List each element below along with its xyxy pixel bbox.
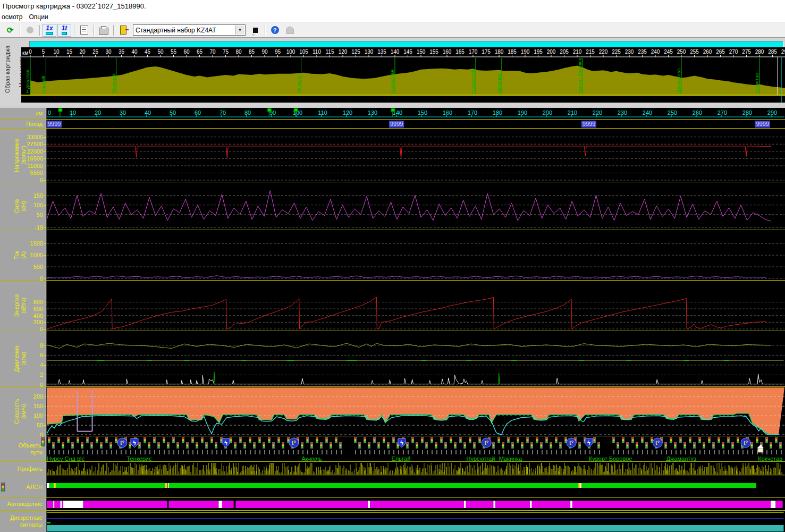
refresh-button[interactable]: ⟳ bbox=[3, 24, 17, 37]
svg-text:220: 220 bbox=[593, 109, 602, 116]
minimap-station-label: Кокчетав bbox=[754, 73, 759, 93]
svg-text:150: 150 bbox=[417, 49, 426, 55]
signal-icon bbox=[440, 437, 443, 443]
signal-icon bbox=[617, 442, 619, 449]
train-number-badge: 9999 bbox=[389, 121, 404, 128]
signal-icon bbox=[779, 442, 782, 449]
preset-combobox[interactable]: Стандартный набор KZ4AT▼ bbox=[133, 24, 246, 36]
signal-icon bbox=[521, 442, 524, 449]
signal-icon bbox=[631, 437, 634, 443]
report-button[interactable] bbox=[77, 24, 91, 37]
axis-tick-label: 2 bbox=[40, 371, 43, 378]
svg-text:180: 180 bbox=[495, 49, 504, 55]
svg-text:60: 60 bbox=[183, 49, 190, 55]
chevron-down-icon[interactable]: ▼ bbox=[235, 26, 244, 35]
alsn-segment bbox=[47, 483, 49, 488]
svg-text:270: 270 bbox=[718, 109, 727, 116]
temperature-icon: t° bbox=[482, 438, 491, 447]
signal-icon bbox=[383, 437, 385, 443]
energy-plot[interactable] bbox=[46, 281, 784, 331]
svg-text:105: 105 bbox=[299, 49, 308, 55]
station-label: Ельтай bbox=[392, 455, 411, 461]
axis-tick-label: 600 bbox=[33, 306, 43, 312]
force-label: Сила(кН) bbox=[13, 180, 27, 233]
autodrive-segment bbox=[222, 501, 234, 508]
axis-tick-label: 800 bbox=[33, 299, 43, 305]
signal-icon bbox=[626, 442, 629, 449]
speed-plot[interactable] bbox=[46, 387, 784, 436]
signal-icon bbox=[536, 437, 538, 443]
print-button[interactable] bbox=[97, 24, 111, 37]
track-objects: Объектыпути t°t°t°t°t°t°ϟϟϟϟНурсу Снд рl… bbox=[0, 436, 785, 461]
pressure-plot[interactable] bbox=[46, 331, 784, 386]
svg-text:130: 130 bbox=[368, 109, 377, 116]
minimap-station-label: Нурсултай bbox=[470, 70, 476, 93]
svg-text:170: 170 bbox=[468, 109, 477, 116]
km-ruler-label: км bbox=[36, 110, 46, 117]
scale-time-button[interactable]: 1t bbox=[57, 24, 71, 37]
svg-text:t°: t° bbox=[484, 440, 488, 446]
signal-icon bbox=[555, 437, 558, 443]
alsn-segment bbox=[165, 483, 167, 488]
autodrive-segment bbox=[495, 501, 530, 508]
axis-tick-label: 50 bbox=[37, 212, 43, 218]
svg-text:240: 240 bbox=[651, 49, 660, 55]
signal-icon bbox=[693, 442, 696, 449]
discrete-label: Дискретныесигналы bbox=[10, 514, 46, 528]
signal-icon bbox=[306, 437, 309, 443]
signal-icon bbox=[722, 442, 724, 449]
signal-icon bbox=[277, 437, 280, 443]
signal-icon bbox=[550, 442, 552, 449]
record-button[interactable] bbox=[23, 24, 37, 37]
svg-text:125: 125 bbox=[351, 49, 360, 55]
alarm-button[interactable] bbox=[283, 24, 297, 37]
km-ruler[interactable]: 0102030405060708090100110120130140150160… bbox=[46, 108, 784, 119]
current-plot[interactable] bbox=[46, 230, 784, 280]
svg-text:t°: t° bbox=[120, 440, 124, 446]
toolbar-separator bbox=[39, 25, 40, 36]
alsn-segment bbox=[167, 483, 167, 488]
svg-text:160: 160 bbox=[443, 109, 452, 116]
track-current: Ток(А) 150010005000 bbox=[0, 230, 785, 280]
signal-icon bbox=[109, 442, 112, 449]
svg-text:110: 110 bbox=[318, 109, 327, 116]
voltage-plot[interactable] bbox=[46, 129, 784, 182]
autodrive-segment bbox=[493, 501, 495, 508]
signal-icon bbox=[530, 442, 533, 449]
svg-text:215: 215 bbox=[586, 49, 595, 55]
minimap-map[interactable]: км05101520253035404550556065707580859095… bbox=[21, 47, 785, 103]
train-label: Поезд bbox=[26, 121, 46, 128]
track-voltage: Напряжение(вольт) 3300027500220001650011… bbox=[0, 128, 785, 182]
minimap-unit-label: км bbox=[22, 50, 28, 56]
svg-text:ϟ: ϟ bbox=[400, 440, 403, 446]
autodrive-segment bbox=[771, 501, 775, 508]
signal-icon bbox=[373, 437, 376, 443]
svg-text:145: 145 bbox=[403, 49, 412, 55]
scale-t-icon: 1t bbox=[62, 24, 67, 32]
signal-icon bbox=[196, 442, 198, 449]
alsn-segment bbox=[56, 483, 165, 488]
signal-icon bbox=[268, 437, 271, 443]
traffic-light-icon bbox=[1, 483, 5, 492]
pressure-label: Давление(атм) bbox=[13, 332, 27, 385]
svg-text:t°: t° bbox=[292, 440, 296, 446]
help-button[interactable]: ? bbox=[268, 24, 282, 37]
svg-text:65: 65 bbox=[197, 49, 203, 55]
svg-text:225: 225 bbox=[612, 49, 621, 55]
signal-icon bbox=[593, 437, 596, 443]
axis-tick-label: 33000 bbox=[27, 134, 43, 140]
signal-icon bbox=[354, 437, 357, 443]
train-track: 9999999999999999 bbox=[46, 120, 784, 128]
signal-icon bbox=[718, 437, 720, 443]
menu-view[interactable]: осмотр bbox=[0, 12, 28, 22]
signal-icon bbox=[473, 442, 476, 449]
svg-text:50: 50 bbox=[170, 109, 176, 116]
marker-button[interactable] bbox=[248, 24, 262, 37]
force-plot[interactable] bbox=[46, 182, 784, 230]
station-label: Курорт Боровое bbox=[589, 455, 632, 461]
scale-distance-button[interactable]: 1x bbox=[43, 24, 56, 37]
exit-button[interactable] bbox=[116, 24, 130, 37]
menu-options[interactable]: Опции bbox=[28, 12, 53, 22]
toolbar-separator bbox=[74, 25, 74, 36]
signal-icon bbox=[90, 442, 93, 449]
